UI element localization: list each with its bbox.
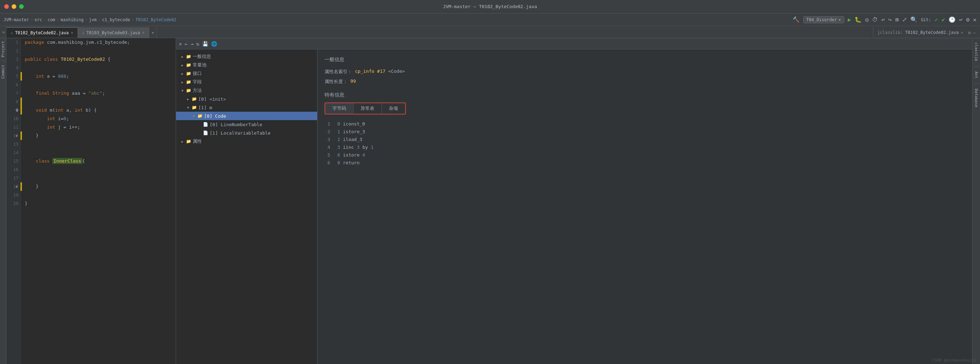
code-line-11: int j = i++; bbox=[25, 123, 172, 132]
bytecode-line-2: 2 1 istore_3 bbox=[325, 128, 965, 136]
maximize-button[interactable] bbox=[19, 4, 24, 9]
folder-icon-4: 📁 bbox=[186, 79, 191, 84]
code-line-7: final String aaa = "abc"; bbox=[25, 89, 172, 97]
code-line-3: public class T0102_ByteCode02 { bbox=[25, 55, 172, 64]
tree-item-interface[interactable]: ▶ 📁 接口 bbox=[176, 69, 317, 78]
java-file-icon-2: ☕ bbox=[82, 30, 84, 35]
run-config-label: T04_Disorder bbox=[807, 17, 837, 22]
breadcrumb-src[interactable]: src bbox=[34, 17, 42, 22]
tree-item-methods[interactable]: ▼ 📁 方法 bbox=[176, 86, 317, 95]
toolbar-right: 🔨 T04_Disorder ▾ ▶ 🐛 ◎ ⏱ ↩ ↪ ⊞ ⤢ 🔍 Git: … bbox=[792, 16, 977, 23]
tab-t0103-label: T0103_ByteCode03.java bbox=[87, 30, 140, 35]
database-sidebar-tab[interactable]: Database bbox=[973, 86, 979, 110]
gutter-marker-line18 bbox=[21, 182, 22, 191]
jclasslib-panel: ✕ ← → ↻ 💾 🌐 ▶ 📁 一般信息 ▶ 📁 常量池 bbox=[176, 38, 972, 364]
breadcrumb-jvm[interactable]: jvm bbox=[89, 17, 97, 22]
tab-t0103-close[interactable]: ✕ bbox=[142, 30, 145, 35]
git-tick-icon[interactable]: ✔ bbox=[942, 16, 945, 23]
breadcrumb: JVM-master › src › com › mashibing › jvm… bbox=[3, 17, 177, 22]
tree-item-m[interactable]: ▼ 📁 [1] m bbox=[176, 103, 317, 112]
breadcrumb-jvm-master[interactable]: JVM-master bbox=[3, 17, 29, 22]
line-num-14: 14 bbox=[6, 148, 21, 157]
code-line-18: } bbox=[25, 182, 172, 191]
coverage-icon[interactable]: ◎ bbox=[865, 16, 869, 23]
git-undo-icon[interactable]: ↩ bbox=[959, 16, 963, 23]
bytecode-line-3: 3 2 iload_3 bbox=[325, 136, 965, 143]
settings-icon-2[interactable]: ⚙ bbox=[968, 30, 971, 35]
chevron-down-icon-2: ▾ bbox=[152, 30, 154, 35]
project-sidebar-tab[interactable]: Project bbox=[1, 41, 5, 57]
undo-icon[interactable]: ↩ bbox=[881, 16, 885, 23]
tab-t0102[interactable]: ☕ T0102_ByteCode02.java ✕ bbox=[6, 27, 78, 38]
tree-item-localvariable[interactable]: 📄 [1] LocalVariableTable bbox=[176, 129, 317, 137]
tree-label-m: [1] m bbox=[198, 105, 212, 110]
breadcrumb-mashibing[interactable]: mashibing bbox=[60, 17, 83, 22]
line-num-9: 9 bbox=[6, 106, 21, 114]
search-icon[interactable]: 🔍 bbox=[910, 16, 918, 23]
git-clock-icon[interactable]: 🕐 bbox=[948, 16, 956, 23]
code-line-17 bbox=[25, 174, 172, 182]
debug-icon[interactable]: 🐛 bbox=[854, 16, 862, 23]
jc-save-icon[interactable]: 💾 bbox=[202, 41, 208, 47]
jclasslib-tab-close-btn[interactable]: ✕ bbox=[961, 30, 963, 35]
close-button[interactable] bbox=[4, 4, 9, 9]
settings-icon[interactable]: ⚙ bbox=[966, 16, 970, 23]
redo-icon[interactable]: ↪ bbox=[888, 16, 892, 23]
code-line-2 bbox=[25, 47, 172, 55]
code-line-1: package com.mashibing.jvm.c1_bytecode; bbox=[25, 38, 172, 47]
tree-item-constant-pool[interactable]: ▶ 📁 常量池 bbox=[176, 61, 317, 69]
jclasslib-tab[interactable]: jclasslib: T0102_ByteCode02.java ✕ ⚙ — bbox=[873, 27, 980, 38]
close-icon[interactable]: ✕ bbox=[973, 16, 977, 23]
jc-forward-icon[interactable]: → bbox=[191, 41, 193, 47]
tab-t0102-close[interactable]: ✕ bbox=[71, 30, 73, 35]
tree-item-fields[interactable]: ▶ 📁 字段 bbox=[176, 78, 317, 86]
tree-label-general: 一般信息 bbox=[192, 53, 211, 60]
jclasslib-tab-filename: T0102_ByteCode02.java bbox=[905, 30, 959, 35]
breadcrumb-c1-bytecode[interactable]: c1_bytecode bbox=[102, 17, 130, 22]
detail-tab-misc[interactable]: 杂项 bbox=[382, 103, 405, 114]
code-line-14 bbox=[25, 148, 172, 157]
jc-refresh-icon[interactable]: ↻ bbox=[196, 41, 199, 47]
line-num-20: 20 bbox=[6, 199, 21, 208]
editor-area: 1 2 3 4 5 6 7 8 9 10 11 12 13 14 15 16 1… bbox=[6, 38, 176, 364]
jc-help-icon[interactable]: 🌐 bbox=[211, 41, 217, 47]
classlib-sidebar-tab[interactable]: classlib bbox=[973, 40, 979, 64]
layout-icon[interactable]: ⊞ bbox=[895, 16, 899, 23]
detail-tab-exceptions[interactable]: 异常表 bbox=[353, 103, 382, 114]
code-line-19 bbox=[25, 191, 172, 199]
line-num-1: 1 bbox=[6, 38, 21, 47]
breadcrumb-com[interactable]: com bbox=[48, 17, 55, 22]
tree-item-attributes[interactable]: ▶ 📁 属性 bbox=[176, 137, 317, 146]
git-label: Git: bbox=[921, 17, 931, 22]
sidebar-toggle[interactable]: P bbox=[0, 27, 6, 38]
tabs-dropdown[interactable]: ▾ bbox=[149, 27, 157, 38]
tree-label-attributes: 属性 bbox=[192, 138, 202, 145]
tab-t0102-label: T0102_ByteCode02.java bbox=[15, 30, 69, 35]
detail-attr-length-label: 属性长度： bbox=[325, 78, 347, 85]
jc-back-icon[interactable]: ← bbox=[185, 41, 188, 47]
tree-item-code[interactable]: ▼ 📁 [0] Code bbox=[176, 112, 317, 120]
ant-sidebar-tab[interactable]: Ant bbox=[973, 68, 979, 81]
top-toolbar: JVM-master › src › com › mashibing › jvm… bbox=[0, 13, 980, 26]
tree-item-linenumber[interactable]: 📄 [0] LineNumberTable bbox=[176, 120, 317, 129]
run-icon[interactable]: ▶ bbox=[848, 16, 851, 23]
detail-tab-bytecode[interactable]: 字节码 bbox=[325, 103, 353, 114]
breadcrumb-file[interactable]: T0102_ByteCode02 bbox=[135, 17, 177, 22]
expand-icon[interactable]: ⤢ bbox=[902, 16, 907, 23]
run-config-selector[interactable]: T04_Disorder ▾ bbox=[803, 16, 844, 23]
commit-sidebar-tab[interactable]: Commit bbox=[1, 65, 5, 79]
hammer-icon[interactable]: 🔨 bbox=[792, 16, 800, 23]
git-check-icon[interactable]: ✓ bbox=[935, 16, 938, 23]
jclasslib-toolbar: ✕ ← → ↻ 💾 🌐 bbox=[176, 38, 972, 49]
window-title: JVM-master – T0102_ByteCode02.java bbox=[443, 4, 537, 9]
tree-item-init[interactable]: ▶ 📁 [0] <init> bbox=[176, 95, 317, 103]
folder-icon-2: 📁 bbox=[186, 62, 191, 67]
minimize-icon[interactable]: — bbox=[973, 30, 976, 35]
profile-icon[interactable]: ⏱ bbox=[872, 16, 878, 23]
jc-close-icon[interactable]: ✕ bbox=[179, 41, 182, 47]
line-num-2: 2 bbox=[6, 47, 21, 55]
tree-item-general-info[interactable]: ▶ 📁 一般信息 bbox=[176, 52, 317, 61]
tab-t0103[interactable]: ☕ T0103_ByteCode03.java ✕ bbox=[78, 27, 149, 38]
minimize-button[interactable] bbox=[12, 4, 16, 9]
folder-icon: 📁 bbox=[186, 54, 191, 59]
